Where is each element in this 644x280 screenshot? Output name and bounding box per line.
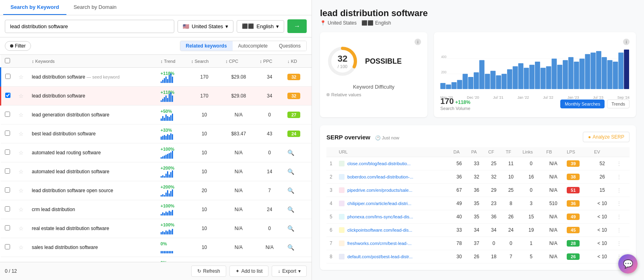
serp-pa: 32 [468, 170, 485, 184]
star-button-5[interactable]: ☆ [19, 149, 24, 156]
serp-url-link[interactable]: freshworks.com/crm/best-lead-... [347, 241, 412, 246]
trend-value: +200% [161, 166, 183, 170]
chart-label-5: Jan '23 [568, 95, 579, 100]
serp-fb: N/A [543, 224, 564, 237]
export-label: Export [282, 268, 296, 274]
serp-ev: < 10 [591, 210, 613, 224]
serp-url-link[interactable]: boberdoo.com/lead-distribution-... [347, 174, 413, 179]
add-to-list-button[interactable]: ✦ Add to list [229, 265, 269, 277]
row-checkbox-10[interactable] [5, 244, 10, 249]
serp-more-button[interactable]: ⋮ [617, 214, 621, 220]
serp-more-button[interactable]: ⋮ [617, 161, 621, 166]
star-button-1[interactable]: ☆ [19, 74, 24, 80]
tab-related[interactable]: Related keywords [180, 41, 233, 51]
analyze-serp-button[interactable]: ● Analyze SERP [583, 132, 630, 142]
row-checkbox-2[interactable] [5, 93, 10, 98]
star-button-7[interactable]: ☆ [19, 187, 24, 194]
star-button-3[interactable]: ☆ [19, 112, 24, 118]
row-checkbox-3[interactable] [5, 112, 10, 117]
sv-info-icon[interactable]: i [623, 39, 630, 45]
serp-cf: 23 [485, 197, 502, 210]
star-button-2[interactable]: ☆ [19, 93, 24, 99]
ppc-value: 0 [256, 219, 283, 238]
table-row: ☆ lead distribution software — seed keyw… [1, 68, 312, 87]
kd-cell: 🔍 [283, 162, 312, 181]
kd-cell: 🔍 [283, 181, 312, 200]
serp-more-button[interactable]: ⋮ [617, 227, 621, 233]
svg-rect-20 [507, 69, 512, 89]
row-checkbox-5[interactable] [5, 149, 10, 155]
serp-url-link[interactable]: close.com/blog/lead-distributio... [347, 161, 411, 166]
serp-th-url: URL [336, 147, 450, 157]
serp-more-button[interactable]: ⋮ [617, 201, 621, 206]
serp-url-link[interactable]: pipedrive.com/en/products/sale... [347, 188, 412, 193]
serp-lps: 49 [564, 210, 591, 224]
country-dropdown[interactable]: 🇺🇸 United States ▾ [178, 20, 233, 33]
trends-btn[interactable]: Trends [607, 100, 630, 108]
export-button[interactable]: ↓ Export ▾ [272, 265, 307, 277]
svg-rect-14 [474, 73, 479, 89]
serp-more-button[interactable]: ⋮ [617, 241, 621, 246]
row-checkbox-7[interactable] [5, 187, 10, 193]
kd-search-icon[interactable]: 🔍 [287, 225, 294, 232]
chat-bubble[interactable]: 💬 [618, 254, 638, 274]
serp-fb: N/A [543, 157, 564, 170]
serp-rank: 8 [326, 250, 336, 263]
tab-autocomplete[interactable]: Autocomplete [233, 41, 273, 51]
star-button-8[interactable]: ☆ [19, 206, 24, 213]
serp-row: 5 phonexa.com/lms-sync/lead-dis... 40 35… [326, 210, 630, 224]
star-button-9[interactable]: ☆ [19, 225, 24, 232]
keywords-table: ↕ Keywords ↕ Trend ↕ Search ↕ CPC ↕ PPC … [0, 55, 312, 262]
serp-fb: N/A [543, 210, 564, 224]
svg-rect-31 [568, 57, 574, 89]
refresh-button[interactable]: ↻ Refresh [191, 265, 226, 277]
row-checkbox-8[interactable] [5, 206, 10, 212]
keyword-text: real estate lead distribution software [32, 226, 109, 231]
svg-rect-30 [563, 60, 568, 89]
kd-number: 32 [338, 54, 347, 64]
serp-url-link[interactable]: chilipiper.com/article/lead-distri... [347, 201, 411, 206]
search-input[interactable] [5, 20, 174, 33]
serp-da: 30 [450, 250, 468, 263]
tab-search-domain[interactable]: Search by Domain [66, 0, 124, 15]
serp-ev: < 10 [591, 197, 613, 210]
monthly-searches-btn[interactable]: Monthly Searches [560, 100, 605, 108]
serp-fb: N/A [543, 237, 564, 250]
svg-rect-8 [440, 83, 446, 89]
serp-url-link[interactable]: default.com/post/best-lead-distr... [347, 254, 413, 259]
serp-more-button[interactable]: ⋮ [617, 187, 621, 193]
star-button-4[interactable]: ☆ [19, 131, 24, 137]
language-dropdown[interactable]: ⬛⬛ English ▾ [237, 20, 284, 33]
star-button-6[interactable]: ☆ [19, 168, 24, 175]
kd-search-icon[interactable]: 🔍 [287, 149, 294, 156]
row-checkbox-1[interactable] [5, 74, 10, 79]
go-button[interactable]: → [287, 19, 307, 33]
kd-cell: 🔍 [283, 219, 312, 238]
serp-url-link[interactable]: clickpointsoftware.com/lead-dis... [347, 228, 412, 232]
kd-info-icon[interactable]: i [415, 39, 421, 45]
serp-cf: 36 [485, 210, 502, 224]
serp-da: 33 [450, 224, 468, 237]
select-all-checkbox[interactable] [5, 58, 10, 63]
tab-questions[interactable]: Questions [273, 41, 306, 51]
trend-value: +100% [161, 203, 183, 208]
serp-url-cell: pipedrive.com/en/products/sale... [336, 184, 450, 197]
kd-search-icon[interactable]: 🔍 [287, 206, 294, 213]
serp-url-link[interactable]: phonexa.com/lms-sync/lead-dis... [347, 214, 413, 219]
relative-values-toggle[interactable]: Relative values [326, 92, 421, 97]
keyword-text: lead generation distribution software [32, 112, 109, 118]
ppc-value: 34 [256, 87, 283, 106]
row-checkbox-6[interactable] [5, 168, 10, 174]
serp-header: SERP overview 🕐 Just now ● Analyze SERP [326, 132, 630, 142]
row-checkbox-4[interactable] [5, 131, 10, 136]
kd-search-icon[interactable]: 🔍 [287, 187, 294, 194]
row-checkbox-9[interactable] [5, 225, 10, 230]
svg-rect-17 [490, 71, 495, 89]
filter-button[interactable]: Filter [5, 41, 31, 51]
serp-more-button[interactable]: ⋮ [617, 174, 621, 180]
star-button-10[interactable]: ☆ [19, 244, 24, 251]
tab-search-keyword[interactable]: Search by Keyword [3, 0, 66, 15]
kd-search-icon[interactable]: 🔍 [287, 244, 294, 251]
kd-search-icon[interactable]: 🔍 [287, 168, 294, 175]
serp-th-links: Links [519, 147, 543, 157]
